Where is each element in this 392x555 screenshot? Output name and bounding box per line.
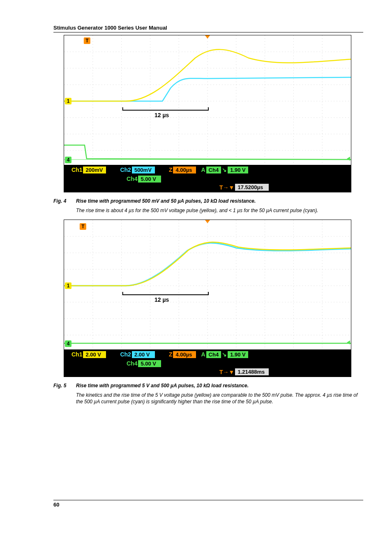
figure-4-caption: Fig. 4 Rise time with programmed 500 mV …: [53, 198, 363, 204]
svg-text:4: 4: [67, 341, 70, 347]
ch4-scale: 5.00 V: [138, 360, 161, 367]
fig5-label: Fig. 5: [53, 383, 76, 388]
scope2-waveform-area: 1 4 T 12 µs: [64, 220, 351, 349]
scope-svg: 1 4 T: [64, 35, 351, 165]
ch2-label: Ch2: [120, 351, 131, 358]
t-pos-value: 17.5200µs: [235, 184, 269, 191]
scope1-annotation-12us: 12 µs: [154, 112, 169, 118]
scope2-readouts: Ch1 2.00 V Ch2 2.00 V Z 4.00µs A Ch4 ↘ 1…: [64, 349, 351, 377]
scope-waveform-area: 1 4 T 12 µs: [64, 35, 351, 165]
ch2-label: Ch2: [120, 166, 131, 173]
svg-text:4: 4: [67, 157, 70, 163]
ch2-scale: 2.00 V: [132, 351, 155, 358]
trig-level: 1.90 V: [228, 351, 248, 358]
trigger-position-icon: [205, 35, 210, 39]
z-label: Z: [169, 351, 173, 358]
ch1-scale: 200mV: [83, 166, 106, 173]
fig4-title: Rise time with programmed 500 mV and 50 …: [76, 198, 256, 204]
trig-mode: A: [201, 351, 205, 358]
z-label: Z: [169, 166, 173, 173]
svg-text:T: T: [81, 224, 85, 229]
ch1-label: Ch1: [71, 166, 82, 173]
page-header-title: Stimulus Generator 1000 Series User Manu…: [53, 25, 363, 32]
figure-5-caption: Fig. 5 Rise time with programmed 5 V and…: [53, 383, 363, 388]
trig-mode: A: [201, 166, 205, 173]
trig-source: Ch4: [206, 166, 221, 173]
scope2-svg: 1 4 T: [64, 220, 351, 349]
svg-text:1: 1: [67, 283, 70, 289]
t-pos-icon: T→▼: [219, 369, 234, 375]
page-number: 60: [53, 500, 363, 508]
fig5-title: Rise time with programmed 5 V and 500 µA…: [76, 383, 249, 388]
t-pos-icon: T→▼: [219, 184, 234, 191]
svg-text:T: T: [85, 38, 89, 44]
ch4-label: Ch4: [127, 360, 137, 367]
timebase: 4.00µs: [173, 166, 196, 173]
trig-slope-icon: ↘: [222, 351, 227, 358]
ch2-scale: 500mV: [132, 166, 155, 173]
trig-level: 1.90 V: [228, 166, 248, 173]
trig-source: Ch4: [206, 351, 221, 358]
oscilloscope-figure-4: 1 4 T 12 µs Ch1 200mV Ch2 500mV Z 4.00µs…: [64, 35, 351, 192]
ch1-label: Ch1: [71, 351, 82, 358]
scope2-annotation-12us: 12 µs: [154, 296, 169, 303]
fig4-label: Fig. 4: [53, 198, 76, 204]
svg-text:1: 1: [67, 98, 70, 104]
fig4-description: The rise time is about 4 µs for the 500 …: [76, 207, 363, 214]
ch4-label: Ch4: [127, 176, 137, 182]
t-pos-value: 1.21488ms: [235, 368, 269, 375]
oscilloscope-figure-5: 1 4 T 12 µs Ch1 2.00 V Ch2 2.00 V Z 4.00…: [64, 220, 351, 377]
scope1-readouts: Ch1 200mV Ch2 500mV Z 4.00µs A Ch4 ↘ 1.9…: [64, 165, 351, 192]
trig-slope-icon: ↘: [222, 166, 227, 173]
trigger-position-icon: [205, 220, 210, 223]
ch4-scale: 5.00 V: [138, 176, 161, 183]
ch1-scale: 2.00 V: [83, 351, 106, 358]
fig5-description: The kinetics and the rise time of the 5 …: [76, 392, 363, 405]
timebase: 4.00µs: [173, 351, 196, 358]
